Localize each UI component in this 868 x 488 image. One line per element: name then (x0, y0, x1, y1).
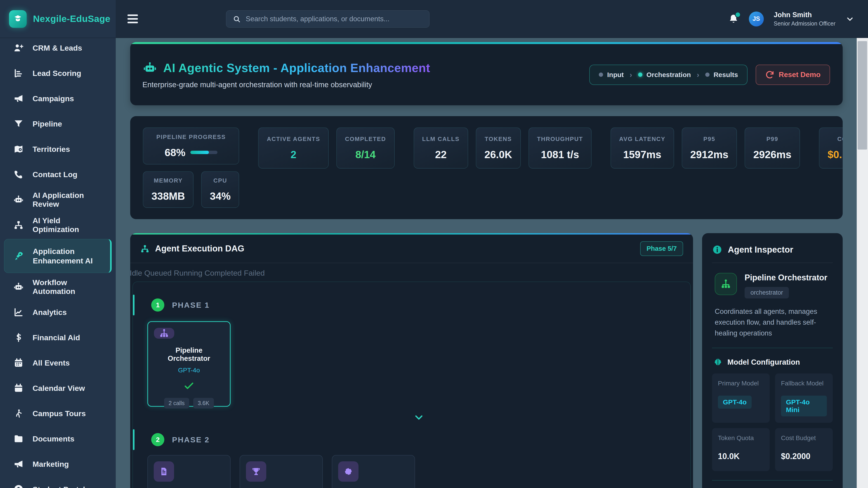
node-activity-enhancement-agent[interactable]: Activity Enhancement Agent GPT-4o (240, 455, 323, 488)
sidebar-item-analytics[interactable]: Analytics (0, 300, 116, 325)
primary-model-badge: GPT-4o (718, 396, 752, 409)
megaphone-icon (13, 93, 24, 104)
sidebar-item-all-events[interactable]: All Events (0, 350, 116, 376)
sidebar-item-student-portal[interactable]: Student Portal (0, 477, 116, 488)
dag-connector-chevron-icon (147, 412, 690, 423)
user-meta: John Smith Senior Admission Officer (774, 11, 835, 27)
sidebar-item-pipeline[interactable]: Pipeline (0, 111, 116, 136)
dollar-icon (13, 332, 24, 343)
calendar-days-icon (13, 358, 24, 368)
global-search[interactable] (226, 10, 430, 28)
top-bar: Nexgile-EduSage JS John Smith Senior Adm… (0, 0, 868, 38)
agent-description: Coordinates all agents, manages executio… (715, 306, 837, 339)
inspector-divider (712, 263, 833, 263)
field-cost-budget: Cost Budget $0.2000 (775, 428, 833, 471)
sitemap-icon (13, 220, 24, 230)
sitemap-icon (154, 328, 174, 339)
metric-avg-latency: AVG LATENCY 1597ms (611, 127, 674, 168)
app-root: Nexgile-EduSage JS John Smith Senior Adm… (0, 0, 868, 488)
field-token-quota: Token Quota 10.0K (712, 428, 770, 471)
sidebar-item-financial-aid[interactable]: Financial Aid (0, 325, 116, 350)
user-role: Senior Admission Officer (774, 20, 835, 27)
metric-memory: MEMORY 338MB (143, 171, 193, 208)
page-subtitle: Enterprise-grade multi-agent orchestrati… (143, 80, 430, 89)
folder-icon (13, 433, 24, 444)
reset-demo-button[interactable]: Reset Demo (756, 65, 830, 85)
chevron-down-icon[interactable] (845, 14, 855, 24)
user-name: John Smith (774, 11, 835, 19)
metric-completed: COMPLETED 8/14 (336, 127, 395, 168)
model-config-title: Model Configuration (727, 358, 800, 366)
calendar-icon (13, 383, 24, 393)
metric-llm-calls: LLM CALLS 22 (414, 127, 468, 168)
brand-logo-icon (9, 10, 27, 28)
robot-icon (13, 194, 24, 205)
sidebar-item-workflow-automation[interactable]: Workflow Automation (0, 274, 116, 300)
notification-bell-icon[interactable] (728, 13, 739, 24)
page-scrollbar[interactable] (857, 38, 868, 488)
hamburger-menu-icon[interactable] (127, 14, 138, 23)
step-dot (599, 72, 603, 77)
sidebar-item-campus-tours[interactable]: Campus Tours (0, 401, 116, 426)
sidebar-item-calendar-view[interactable]: Calendar View (0, 376, 116, 401)
avatar[interactable]: JS (749, 11, 764, 26)
inspector-title: Agent Inspector (728, 245, 793, 255)
sidebar-item-territories[interactable]: Territories (0, 136, 116, 162)
sidebar-item-marketing[interactable]: Marketing (0, 451, 116, 477)
line-chart-icon (13, 307, 24, 318)
main-content: AI Agentic System - Application Enhancem… (116, 38, 857, 488)
sidebar-item-campaigns[interactable]: Campaigns (0, 86, 116, 111)
scrollbar-thumb[interactable] (858, 41, 867, 150)
inspected-agent-name: Pipeline Orchestrator (745, 273, 827, 283)
inspected-agent-row: Pipeline Orchestrator orchestrator (715, 273, 833, 298)
dag-divider (130, 263, 693, 263)
git-branch-icon (140, 244, 150, 254)
megaphone-icon (13, 459, 24, 469)
node-pipeline-orchestrator[interactable]: Pipeline Orchestrator GPT-4o 2 calls 3.6… (147, 321, 230, 407)
inspector-title-row: Agent Inspector (712, 242, 833, 263)
search-icon (232, 15, 241, 23)
fallback-model-badge: GPT-4o Mini (781, 396, 827, 416)
brain-icon (713, 358, 722, 367)
sidebar-item-documents[interactable]: Documents (0, 426, 116, 451)
sitemap-icon (715, 273, 737, 295)
agent-inspector-panel: Agent Inspector Pipeline Orchestrator or… (702, 233, 843, 488)
metrics-panel: PIPELINE PROGRESS 68% MEMORY 338MB CPU 3… (130, 116, 843, 219)
node-credential-verification-agent[interactable]: Credential Verification Agent GPT-4o (332, 455, 415, 488)
robot-icon (143, 61, 157, 75)
node-name: Pipeline Orchestrator (154, 346, 224, 363)
check-icon (154, 380, 224, 392)
metric-p99: P99 2926ms (745, 127, 800, 168)
dag-title-row: Agent Execution DAG (140, 244, 244, 254)
trophy-icon (246, 461, 266, 482)
metric-cpu: CPU 34% (201, 171, 239, 208)
dag-gradient-bar (130, 233, 693, 234)
sidebar-item-application-enhancement-ai[interactable]: Application Enhancement AI (4, 239, 112, 273)
brand: Nexgile-EduSage (0, 0, 116, 38)
node-calls-pill: 2 calls (164, 398, 189, 409)
phase-2-label: PHASE 2 (172, 435, 210, 444)
sidebar-item-ai-yield-optimization[interactable]: AI Yield Optimization (0, 213, 116, 238)
pipeline-stepper: Input › Orchestration › Results (589, 65, 747, 85)
robot-icon (13, 282, 24, 292)
phase-2-number: 2 (151, 433, 164, 446)
step-orchestration: Orchestration (638, 71, 691, 78)
node-essay-analysis-agent[interactable]: Essay Analysis Agent Claude 3.5 Sonnet (147, 455, 230, 488)
sidebar-item-contact-log[interactable]: Contact Log (0, 162, 116, 187)
step-input: Input (599, 71, 624, 78)
dag-canvas: 1 PHASE 1 Pipeline Orchestrator GPT-4o (132, 282, 691, 488)
phase-1-label: PHASE 1 (172, 301, 210, 310)
user-circle-icon (13, 484, 24, 488)
phase-accent-bar (133, 295, 134, 315)
phase-badge: Phase 5/7 (640, 241, 683, 256)
search-input[interactable] (246, 15, 423, 23)
sidebar-item-crm-leads[interactable]: CRM & Leads (0, 38, 116, 61)
agent-role-tag: orchestrator (745, 287, 789, 298)
sidebar-item-lead-scoring[interactable]: Lead Scoring (0, 61, 116, 86)
sidebar-item-ai-application-review[interactable]: AI Application Review (0, 187, 116, 213)
phone-icon (13, 169, 24, 180)
phase-1-header: 1 PHASE 1 (147, 295, 690, 315)
info-icon (712, 245, 722, 255)
notification-dot (735, 12, 741, 18)
node-tokens-pill: 3.6K (193, 398, 214, 409)
